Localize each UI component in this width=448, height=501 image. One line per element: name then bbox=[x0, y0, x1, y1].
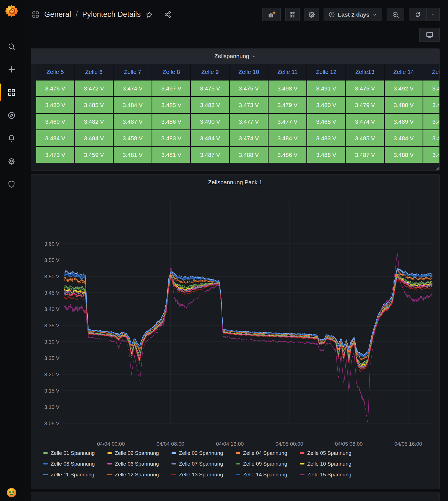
table-panel-header[interactable]: Zellspannung bbox=[31, 49, 439, 64]
save-dashboard-button[interactable] bbox=[285, 8, 300, 21]
legend-item[interactable]: Zelle 08 Spannung bbox=[43, 461, 107, 467]
legend-item[interactable]: Zelle 12 Spannung bbox=[107, 472, 171, 478]
legend-label: Zelle 01 Spannung bbox=[51, 450, 95, 456]
table-cell: 3.473 V bbox=[230, 97, 268, 113]
grafana-logo[interactable] bbox=[4, 4, 19, 18]
legend-label: Zelle 06 Spannung bbox=[115, 461, 159, 467]
sidebar-item-create[interactable] bbox=[0, 58, 23, 81]
legend-item[interactable]: Zelle 02 Spannung bbox=[107, 450, 171, 456]
table-column-header[interactable]: Zelle 11 bbox=[269, 64, 306, 80]
sidebar-item-search[interactable] bbox=[0, 35, 23, 58]
legend-item[interactable]: Zelle 11 Spannung bbox=[43, 472, 107, 478]
breadcrumb-section[interactable]: General bbox=[44, 10, 71, 19]
share-icon bbox=[164, 11, 171, 18]
sidebar-item-server-admin[interactable] bbox=[0, 173, 23, 196]
legend-color-swatch bbox=[107, 452, 112, 454]
time-range-picker[interactable]: Last 2 days bbox=[324, 8, 382, 21]
legend-item[interactable]: Zelle 04 Spannung bbox=[236, 450, 300, 456]
table-column-header[interactable]: Zelle 8 bbox=[152, 64, 190, 80]
table-column-header[interactable]: Zelle 15 bbox=[423, 64, 439, 80]
legend-item[interactable]: Zelle 01 Spannung bbox=[43, 450, 107, 456]
legend-color-swatch bbox=[107, 463, 112, 464]
breadcrumb: General / Pylontech Details bbox=[31, 10, 173, 19]
dashboard-grid-icon bbox=[32, 11, 39, 18]
table-cell: 3.484 V bbox=[191, 130, 229, 146]
table-column-header[interactable]: Zelle 10 bbox=[230, 64, 268, 80]
table-cell: 3.478 V bbox=[423, 81, 439, 96]
table-cell: 3.486 V bbox=[152, 114, 190, 129]
legend-item[interactable]: Zelle 09 Spannung bbox=[236, 461, 300, 467]
table-cell: 3.491 V bbox=[307, 81, 345, 96]
legend-label: Zelle 10 Spannung bbox=[307, 461, 351, 467]
time-range-label: Last 2 days bbox=[338, 11, 369, 18]
legend-color-swatch bbox=[43, 474, 48, 475]
chart-panel-title[interactable]: Zellspannung Pack 1 bbox=[31, 179, 439, 186]
table-column-header[interactable]: Zelle 5 bbox=[36, 64, 74, 80]
sidebar-item-dashboards[interactable] bbox=[0, 81, 23, 104]
user-avatar[interactable] bbox=[7, 488, 17, 498]
chevron-down-icon bbox=[372, 12, 377, 17]
table-cell: 3.477 V bbox=[269, 114, 306, 129]
table-cell: 3.458 V bbox=[114, 130, 152, 146]
legend-color-swatch bbox=[300, 463, 304, 464]
zoom-out-button[interactable] bbox=[387, 8, 404, 21]
panel-resize-handle[interactable] bbox=[436, 167, 439, 170]
refresh-interval-caret[interactable] bbox=[426, 8, 439, 21]
table-column-header[interactable]: Zelle 9 bbox=[191, 64, 229, 80]
table-cell: 3.488 V bbox=[230, 147, 268, 163]
share-dashboard-button[interactable] bbox=[163, 10, 173, 19]
refresh-button[interactable] bbox=[409, 8, 426, 21]
shield-icon bbox=[7, 180, 15, 188]
timeseries-chart[interactable]: 3.60 V3.55 V3.50 V3.45 V3.40 V3.35 V3.30… bbox=[31, 186, 439, 448]
table-cell: 3.483 V bbox=[191, 97, 229, 113]
table-cell: 3.469 V bbox=[36, 114, 74, 129]
breadcrumb-separator: / bbox=[75, 10, 78, 19]
table-cell: 3.483 V bbox=[307, 130, 345, 146]
bell-icon bbox=[7, 134, 15, 142]
legend-item[interactable]: Zelle 03 Spannung bbox=[171, 450, 236, 456]
sidebar-item-explore[interactable] bbox=[0, 104, 23, 127]
table-column-header[interactable]: Zelle13 bbox=[346, 64, 384, 80]
table-cell: 3.474 V bbox=[346, 114, 384, 129]
voltage-table-wrap: Zelle 5Zelle 6Zelle 7Zelle 8Zelle 9Zelle… bbox=[36, 64, 439, 163]
save-floppy-icon bbox=[289, 11, 296, 18]
legend-item[interactable]: Zelle 13 Spannung bbox=[171, 472, 236, 478]
table-column-header[interactable]: Zelle 12 bbox=[307, 64, 345, 80]
table-cell: 3.487 V bbox=[191, 147, 229, 163]
x-axis-tick-label: 04/05 00:00 bbox=[275, 441, 303, 447]
legend-item[interactable]: Zelle 05 Spannung bbox=[300, 450, 364, 456]
table-cell: 3.482 V bbox=[75, 114, 113, 129]
topbar-actions: Last 2 days bbox=[262, 8, 440, 21]
table-cell: 3.475 V bbox=[191, 81, 229, 96]
favorite-star-button[interactable] bbox=[145, 10, 154, 19]
table-column-header[interactable]: Zelle 7 bbox=[114, 64, 152, 80]
table-column-header[interactable]: Zelle 6 bbox=[75, 64, 113, 80]
legend-color-swatch bbox=[300, 474, 304, 475]
kiosk-mode-button[interactable] bbox=[419, 28, 440, 42]
sidebar-item-alerting[interactable] bbox=[0, 127, 23, 150]
table-cell: 3.481 V bbox=[423, 130, 439, 146]
table-column-header[interactable]: Zelle 14 bbox=[385, 64, 423, 80]
legend-item[interactable]: Zelle 10 Spannung bbox=[300, 461, 364, 467]
sidebar-item-configuration[interactable] bbox=[0, 150, 23, 173]
legend-item[interactable]: Zelle 15 Spannung bbox=[300, 472, 364, 478]
x-axis-tick-label: 04/05 08:00 bbox=[335, 441, 363, 447]
legend-color-swatch bbox=[236, 452, 240, 454]
table-cell: 3.474 V bbox=[114, 81, 152, 96]
legend-item[interactable]: Zelle 06 Spannung bbox=[107, 461, 171, 467]
table-cell: 3.485 V bbox=[423, 147, 439, 163]
series-line-zelle-12-spannung bbox=[64, 271, 432, 360]
add-panel-button[interactable] bbox=[262, 8, 281, 21]
legend-item[interactable]: Zelle 07 Spannung bbox=[171, 461, 236, 467]
legend-color-swatch bbox=[43, 463, 48, 464]
table-cell: 3.484 V bbox=[114, 97, 152, 113]
table-cell: 3.484 V bbox=[385, 130, 423, 146]
table-cell: 3.488 V bbox=[385, 147, 423, 163]
legend-item[interactable]: Zelle 14 Spannung bbox=[236, 472, 300, 478]
breadcrumb-dashboards-button[interactable] bbox=[31, 10, 40, 19]
sidebar bbox=[0, 0, 23, 501]
table-cell: 3.475 V bbox=[346, 81, 384, 96]
y-axis-tick-label: 3.40 V bbox=[44, 306, 59, 312]
chevron-down-icon bbox=[252, 54, 256, 58]
dashboard-settings-button[interactable] bbox=[304, 8, 319, 21]
